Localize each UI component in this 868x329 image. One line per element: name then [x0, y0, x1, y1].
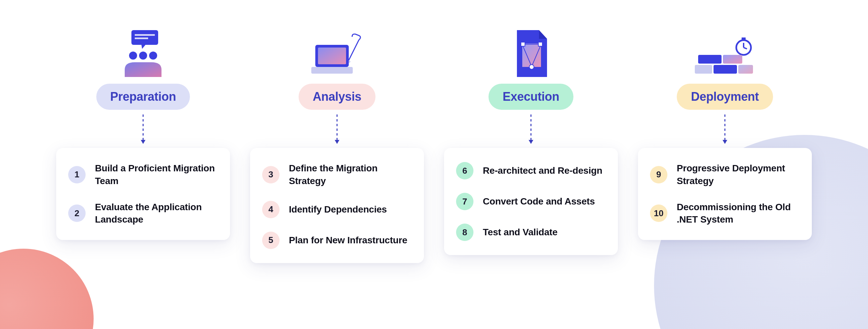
- phase-analysis: Analysis 3 Define the Migration Strategy…: [250, 27, 424, 263]
- step-text: Define the Migration Strategy: [289, 162, 411, 187]
- svg-rect-29: [723, 55, 742, 63]
- phase-pill-execution: Execution: [489, 84, 573, 110]
- step-row: 8 Test and Validate: [456, 224, 604, 241]
- phase-preparation: Preparation 1 Build a Proficient Migrati…: [56, 27, 230, 240]
- step-text: Test and Validate: [483, 226, 557, 239]
- step-row: 2 Evaluate the Application Landscape: [68, 201, 217, 226]
- step-number-badge: 8: [456, 224, 473, 241]
- step-row: 5 Plan for New Infrastructure: [262, 231, 411, 249]
- svg-rect-1: [135, 34, 155, 36]
- svg-rect-15: [522, 44, 541, 67]
- step-text: Progressive Deployment Strategy: [677, 162, 799, 187]
- svg-rect-25: [742, 37, 746, 40]
- step-row: 7 Convert Code and Assets: [456, 193, 604, 210]
- document-design-icon: [511, 27, 551, 77]
- svg-line-27: [744, 48, 747, 49]
- svg-rect-16: [521, 42, 525, 46]
- step-text: Evaluate the Application Landscape: [95, 201, 217, 226]
- step-row: 1 Build a Proficient Migration Team: [68, 162, 217, 187]
- steps-card-execution: 6 Re-architect and Re-design 7 Convert C…: [444, 148, 618, 255]
- migration-phases-diagram: Preparation 1 Build a Proficient Migrati…: [0, 0, 868, 263]
- team-icon: [118, 27, 168, 77]
- step-text: Re-architect and Re-design: [483, 164, 602, 177]
- phase-pill-preparation: Preparation: [96, 84, 190, 110]
- step-number-badge: 6: [456, 162, 473, 180]
- arrow-down-icon: [528, 114, 534, 144]
- svg-rect-32: [738, 65, 753, 74]
- svg-point-6: [149, 52, 157, 60]
- svg-marker-23: [529, 140, 533, 144]
- svg-point-5: [139, 52, 147, 60]
- steps-card-deployment: 9 Progressive Deployment Strategy 10 Dec…: [638, 148, 812, 240]
- step-text: Identify Dependencies: [289, 203, 387, 216]
- svg-marker-34: [722, 140, 727, 144]
- step-number-badge: 2: [68, 204, 86, 222]
- step-number-badge: 7: [456, 193, 473, 210]
- step-row: 4 Identify Dependencies: [262, 201, 411, 218]
- svg-point-4: [129, 52, 137, 60]
- step-row: 3 Define the Migration Strategy: [262, 162, 411, 187]
- svg-rect-12: [311, 67, 353, 74]
- step-text: Decommissioning the Old .NET System: [677, 201, 799, 226]
- steps-card-preparation: 1 Build a Proficient Migration Team 2 Ev…: [56, 148, 230, 240]
- step-number-badge: 4: [262, 201, 280, 218]
- steps-card-analysis: 3 Define the Migration Strategy 4 Identi…: [250, 148, 424, 263]
- step-text: Build a Proficient Migration Team: [95, 162, 217, 187]
- phase-label: Preparation: [110, 90, 176, 104]
- svg-point-18: [529, 64, 534, 69]
- step-text: Convert Code and Assets: [483, 195, 595, 208]
- arrow-down-icon: [140, 114, 147, 144]
- step-row: 9 Progressive Deployment Strategy: [650, 162, 799, 187]
- step-row: 6 Re-architect and Re-design: [456, 162, 604, 180]
- arrow-down-icon: [721, 114, 728, 144]
- svg-marker-8: [141, 140, 146, 144]
- phase-pill-deployment: Deployment: [677, 84, 773, 110]
- step-number-badge: 10: [650, 204, 668, 222]
- phase-execution: Execution 6 Re-architect and Re-design 7…: [444, 27, 618, 255]
- svg-rect-11: [318, 48, 346, 64]
- step-number-badge: 9: [650, 166, 668, 184]
- svg-rect-30: [695, 65, 712, 74]
- svg-rect-2: [135, 37, 148, 39]
- step-number-badge: 5: [262, 231, 280, 249]
- phase-pill-analysis: Analysis: [299, 84, 375, 110]
- bricks-stopwatch-icon: [695, 27, 755, 77]
- phase-label: Deployment: [691, 90, 759, 104]
- phase-label: Analysis: [313, 90, 362, 104]
- svg-rect-17: [538, 42, 542, 46]
- phase-label: Execution: [502, 90, 559, 104]
- svg-marker-3: [142, 45, 146, 49]
- step-text: Plan for New Infrastructure: [289, 234, 407, 247]
- step-row: 10 Decommissioning the Old .NET System: [650, 201, 799, 226]
- arrow-down-icon: [334, 114, 340, 144]
- svg-rect-28: [698, 55, 721, 63]
- laptop-icon: [309, 27, 366, 77]
- svg-rect-31: [714, 65, 737, 74]
- step-number-badge: 1: [68, 166, 86, 184]
- step-number-badge: 3: [262, 166, 280, 184]
- phase-deployment: Deployment 9 Progressive Deployment Stra…: [638, 27, 812, 240]
- svg-marker-14: [335, 140, 339, 144]
